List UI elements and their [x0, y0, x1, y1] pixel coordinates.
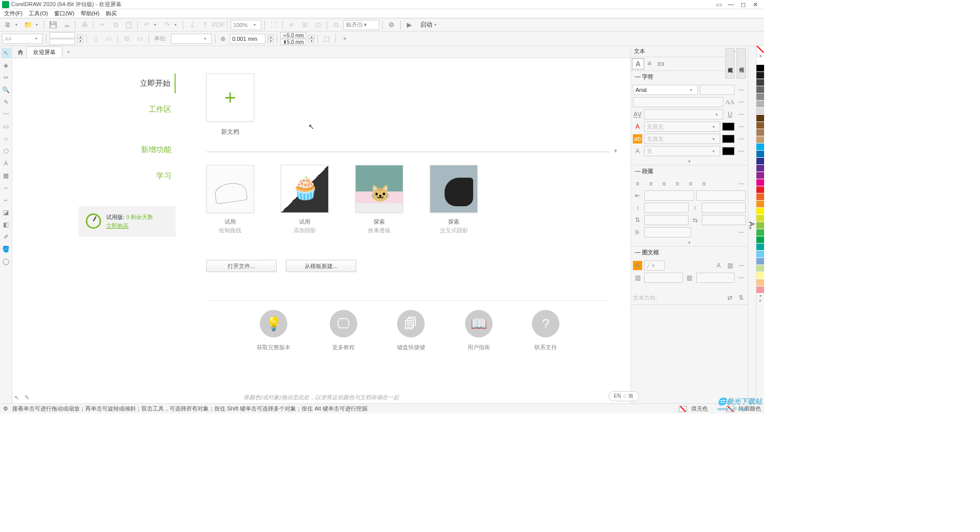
cloud-icon[interactable]: ☁	[61, 19, 72, 31]
align-left-icon[interactable]: ≡	[633, 179, 642, 188]
buy-now-link[interactable]: 立即购买	[106, 222, 153, 230]
restore-down-icon[interactable]: ▭	[715, 1, 722, 8]
frame-fill-select[interactable]: ╱ ▾	[644, 260, 665, 271]
polygon-tool-icon[interactable]: ⬠	[1, 146, 11, 156]
open-dropdown-icon[interactable]: ▾	[36, 22, 41, 27]
more-icon[interactable]: ⋯	[737, 98, 746, 107]
kerning-value[interactable]: ▾	[644, 109, 723, 119]
eyedropper-tool-icon[interactable]: ✐	[1, 232, 11, 242]
new-doc-icon[interactable]: 🗎	[2, 19, 13, 31]
all-pages-icon[interactable]: ⧉	[121, 33, 132, 44]
redo-icon[interactable]: ↷	[161, 19, 173, 31]
char-bg-fill[interactable]: 无填充▾	[644, 134, 720, 144]
nudge-distance[interactable]: 0.001 mm	[230, 34, 265, 44]
page-height[interactable]	[50, 39, 75, 45]
char-outline-swatch[interactable]	[722, 147, 734, 155]
nav-workspace[interactable]: 工作区	[79, 100, 176, 119]
align-none-icon[interactable]: ≡	[699, 179, 708, 188]
color-swatch[interactable]	[756, 86, 764, 93]
options-icon[interactable]: ⚙	[386, 19, 397, 31]
line-spacing[interactable]	[644, 215, 689, 225]
copy-icon[interactable]: ⧉	[110, 19, 121, 31]
print-icon[interactable]: 🖶	[79, 19, 90, 31]
char-spacing[interactable]	[702, 215, 746, 225]
add-tab-icon[interactable]: +	[63, 47, 74, 57]
link-tutorials[interactable]: 🖵更多教程	[330, 310, 357, 351]
dup-y[interactable]: ⬍ 5.0 mm	[280, 39, 306, 45]
collapse-character-icon[interactable]: ▼	[631, 158, 748, 165]
units-select[interactable]: ▾	[171, 34, 212, 44]
nudge-up-icon[interactable]: ▴	[267, 35, 274, 39]
new-from-template-button[interactable]: 从模板新建...	[286, 260, 356, 272]
more3-icon[interactable]: ⋯	[737, 122, 746, 131]
indent-left[interactable]	[644, 190, 694, 201]
color-swatch[interactable]	[756, 101, 764, 108]
rectangle-tool-icon[interactable]: ▭	[1, 122, 11, 132]
color-swatch[interactable]	[756, 194, 764, 201]
indent-right[interactable]	[696, 190, 746, 201]
current-page-icon[interactable]: ▭	[134, 33, 145, 44]
menu-help[interactable]: 帮助(H)	[81, 10, 100, 17]
dup-down-icon[interactable]: ▾	[308, 39, 314, 43]
ellipse-tool-icon[interactable]: ○	[1, 134, 11, 144]
frame-more2-icon[interactable]: ⋯	[737, 273, 746, 282]
underline-icon[interactable]: U	[725, 110, 734, 119]
color-swatch[interactable]	[756, 172, 764, 179]
align-right-icon[interactable]: ≡	[659, 179, 669, 188]
menu-tools[interactable]: 工具(O)	[29, 10, 48, 17]
undo-drop-icon[interactable]: ▾	[154, 22, 159, 27]
open-file-button[interactable]: 打开文件...	[206, 260, 277, 272]
char-bg-swatch[interactable]	[722, 135, 734, 143]
char-fill[interactable]: 无填充▾	[644, 122, 720, 132]
tab-character-icon[interactable]: A	[632, 58, 644, 69]
frame-a-icon[interactable]: A	[714, 261, 723, 270]
color-swatch[interactable]	[756, 279, 764, 286]
close-icon[interactable]: ✕	[752, 1, 759, 8]
tab-paragraph-icon[interactable]: ≡	[644, 58, 654, 69]
nudge-down-icon[interactable]: ▾	[267, 39, 274, 43]
no-color-swatch[interactable]	[756, 46, 764, 53]
color-swatch[interactable]	[756, 165, 764, 172]
palette-up-icon[interactable]: ▴	[756, 53, 764, 58]
font-family-select[interactable]: Arial▾	[633, 85, 698, 95]
color-swatch[interactable]	[756, 115, 764, 122]
dropshadow-tool-icon[interactable]: ◪	[1, 207, 11, 217]
snap-icon[interactable]: ⧉	[330, 19, 341, 31]
color-swatch[interactable]	[756, 186, 764, 194]
docker-object-styles[interactable]: 对象样式	[725, 48, 734, 79]
launch-icon[interactable]: ▶	[404, 19, 415, 31]
color-swatch[interactable]	[756, 201, 764, 208]
column-count[interactable]	[644, 273, 683, 283]
shape-tool-icon[interactable]: ◈	[1, 60, 11, 70]
template-card[interactable]: 探索 交互式阴影	[430, 165, 478, 234]
font-size[interactable]	[700, 85, 734, 95]
publish-pdf-icon[interactable]: PDF	[213, 19, 224, 31]
connector-tool-icon[interactable]: ⌐	[1, 195, 11, 205]
pick-tool-icon[interactable]: ↖	[1, 48, 11, 58]
zoom-level[interactable]: 100% ▾	[231, 20, 261, 30]
fullscreen-icon[interactable]: ⛶	[268, 19, 279, 31]
palette-down-icon[interactable]: ▾	[756, 294, 764, 298]
space-before[interactable]	[644, 203, 689, 213]
color-swatch[interactable]	[756, 158, 764, 165]
font-opts-icon[interactable]: ⋯	[737, 85, 746, 94]
menu-buy[interactable]: 购买	[106, 10, 117, 17]
color-swatch[interactable]	[756, 229, 764, 236]
options-gear-icon[interactable]: ⚙	[3, 405, 8, 412]
docker-toggle-icon[interactable]: A₊	[748, 48, 756, 403]
portrait-icon[interactable]: ▯	[90, 33, 101, 44]
link-user-guide[interactable]: 📖用户指南	[465, 310, 493, 351]
color-swatch[interactable]	[756, 72, 764, 79]
gutter-width[interactable]	[696, 273, 735, 283]
palette-menu-icon[interactable]: ▸	[756, 298, 764, 303]
artistic-media-icon[interactable]: 〰	[1, 109, 11, 119]
open-icon[interactable]: 📁	[22, 19, 34, 31]
export-icon[interactable]: ⤒	[200, 19, 211, 31]
minimize-icon[interactable]: —	[727, 1, 734, 8]
spinner-up-icon[interactable]: ▴	[77, 35, 83, 39]
spinner-down-icon[interactable]: ▾	[77, 39, 83, 43]
color-swatch[interactable]	[756, 143, 764, 151]
color-swatch[interactable]	[756, 108, 764, 115]
color-swatch[interactable]	[756, 265, 764, 272]
group-icon[interactable]: ⊡	[312, 19, 324, 31]
